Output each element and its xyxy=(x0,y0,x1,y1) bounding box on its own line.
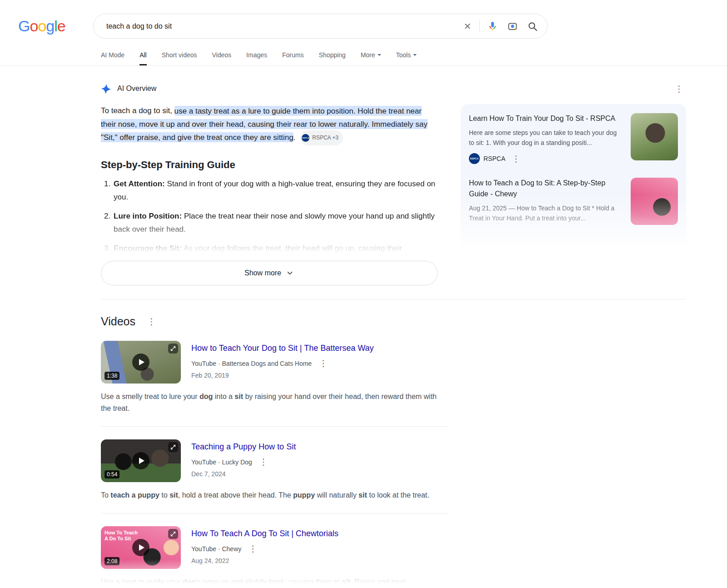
video-title-link[interactable]: How to Teach Your Dog to Sit | The Batte… xyxy=(191,343,374,354)
expand-icon[interactable] xyxy=(168,529,178,539)
video-source: YouTube · Lucky Dog xyxy=(191,458,252,466)
tab-all[interactable]: All xyxy=(139,48,147,65)
play-icon[interactable] xyxy=(132,452,149,469)
tab-short-videos[interactable]: Short videos xyxy=(162,48,197,65)
show-more-label: Show more xyxy=(244,269,281,277)
tab-label: AI Mode xyxy=(101,51,124,59)
videos-menu-icon[interactable]: ⋮ xyxy=(144,316,159,327)
tab-label: Forums xyxy=(282,51,304,59)
source-chip-label: RSPCA +3 xyxy=(312,131,339,145)
source-card-snippet: Here are some steps you can take to teac… xyxy=(469,128,623,148)
lens-icon[interactable] xyxy=(507,21,518,32)
search-icon[interactable] xyxy=(527,21,538,32)
video-result: 1:38 How to Teach Your Dog to Sit | The … xyxy=(101,328,449,427)
video-title-link[interactable]: Teaching a Puppy How to Sit xyxy=(191,441,296,452)
source-card[interactable]: How to Teach a Dog to Sit: A Step-by-Ste… xyxy=(469,178,678,225)
step-title: Get Attention: xyxy=(114,179,165,188)
tab-images[interactable]: Images xyxy=(246,48,267,65)
source-card[interactable]: Learn How To Train Your Dog To Sit - RSP… xyxy=(469,113,678,164)
play-icon[interactable] xyxy=(132,354,149,371)
steps-list-wrapper: Get Attention: Stand in front of your do… xyxy=(101,177,438,258)
close-icon[interactable]: ✕ xyxy=(462,21,473,32)
video-duration: 1:38 xyxy=(105,372,120,380)
video-duration: 0:54 xyxy=(105,470,120,478)
search-divider xyxy=(479,20,480,32)
mic-icon[interactable] xyxy=(487,21,498,32)
source-card-snippet: Aug 21, 2025 — How to Teach a Dog to Sit… xyxy=(469,203,623,223)
source-card-thumbnail[interactable] xyxy=(631,113,678,160)
ai-overview-paragraph: To teach a dog to sit, use a tasty treat… xyxy=(101,104,438,145)
header: Google ⋮ ✕ xyxy=(0,0,727,39)
steps-list: Get Attention: Stand in front of your do… xyxy=(101,177,438,255)
video-description: Use a smelly treat to lure your dog into… xyxy=(101,391,444,414)
videos-heading: Videos xyxy=(101,315,135,328)
results-tabbar: AI Mode All Short videos Videos Images F… xyxy=(0,48,727,66)
chevron-down-icon xyxy=(413,54,417,56)
step-item: Lure into Position: Place the treat near… xyxy=(113,209,438,236)
tab-label: Short videos xyxy=(162,51,197,59)
rspca-favicon-icon: RSPCA xyxy=(469,153,480,164)
step-title: Encourage the Sit: xyxy=(114,244,182,253)
ai-overview-section: AI Overview ⋮ To teach a dog to sit, use… xyxy=(101,66,686,299)
logo-letter: G xyxy=(18,17,30,35)
video-date: Feb 20, 2019 xyxy=(191,372,374,379)
tab-more[interactable]: More xyxy=(361,48,381,65)
source-card-thumbnail[interactable] xyxy=(631,178,678,225)
source-card-menu-icon[interactable]: ⋮ xyxy=(509,154,523,164)
ai-overview-text: To teach a dog to sit, use a tasty treat… xyxy=(101,106,428,143)
ai-overview-label: AI Overview xyxy=(117,85,156,93)
video-title-link[interactable]: How To Teach A Dog To Sit | Chewtorials xyxy=(191,528,339,539)
logo-letter: o xyxy=(30,17,38,35)
chevron-down-icon xyxy=(378,54,381,56)
search-input[interactable] xyxy=(105,22,462,31)
play-icon[interactable] xyxy=(132,539,149,556)
ai-overview-menu-icon[interactable]: ⋮ xyxy=(672,84,686,94)
tab-label: Shopping xyxy=(319,51,345,59)
step-title: Lure into Position: xyxy=(114,212,182,220)
guide-heading: Step-by-Step Training Guide xyxy=(101,159,438,171)
ai-sparkle-icon xyxy=(101,83,112,94)
video-thumbnail[interactable]: 0:54 xyxy=(101,439,181,482)
video-thumbnail[interactable]: How To Teach A Do To Sit 2:08 xyxy=(101,526,181,569)
video-date: Aug 24, 2022 xyxy=(191,557,339,564)
video-description: Use a treat to guide your dog's nose up … xyxy=(101,576,444,588)
logo-letter: o xyxy=(38,17,46,35)
video-menu-icon[interactable]: ⋮ xyxy=(316,358,330,369)
tab-ai-mode[interactable]: AI Mode xyxy=(101,48,124,65)
tab-videos[interactable]: Videos xyxy=(212,48,232,65)
video-result: 0:54 Teaching a Puppy How to Sit YouTube… xyxy=(101,427,449,513)
logo-letter: e xyxy=(57,17,65,35)
tab-label: All xyxy=(139,51,147,59)
source-card-title[interactable]: Learn How To Train Your Dog To Sit - RSP… xyxy=(469,113,623,124)
tab-label: Images xyxy=(246,51,267,59)
tab-forums[interactable]: Forums xyxy=(282,48,304,65)
search-bar: ⋮ ✕ xyxy=(93,14,548,39)
tab-shopping[interactable]: Shopping xyxy=(319,48,345,65)
video-source: YouTube · Battersea Dogs and Cats Home xyxy=(191,360,312,367)
tab-label: Tools xyxy=(396,51,411,59)
ai-overview-body: To teach a dog to sit, use a tasty treat… xyxy=(101,104,438,285)
tab-label: Videos xyxy=(212,51,232,59)
video-description: To teach a puppy to sit, hold a treat ab… xyxy=(101,489,444,501)
google-search-results-page: Google ⋮ ✕ xyxy=(0,0,727,588)
chevron-down-icon xyxy=(286,269,294,277)
step-item: Encourage the Sit: As your dog follows t… xyxy=(113,242,438,255)
video-menu-icon[interactable]: ⋮ xyxy=(246,543,260,554)
google-logo[interactable]: Google xyxy=(18,17,66,35)
video-thumbnail[interactable]: 1:38 xyxy=(101,341,181,384)
logo-letter: g xyxy=(46,17,54,35)
step-item: Get Attention: Stand in front of your do… xyxy=(113,177,438,204)
source-card-source: RSPCA xyxy=(483,155,505,162)
video-source: YouTube · Chewy xyxy=(191,545,241,553)
video-menu-icon[interactable]: ⋮ xyxy=(257,457,271,467)
ai-overview-sources-panel: Learn How To Train Your Dog To Sit - RSP… xyxy=(461,104,686,250)
expand-icon[interactable] xyxy=(168,442,178,452)
tab-label: More xyxy=(361,51,375,59)
show-more-button[interactable]: Show more xyxy=(101,261,438,285)
tab-tools[interactable]: Tools xyxy=(396,48,417,65)
video-result: How To Teach A Do To Sit 2:08 How To Tea… xyxy=(101,513,449,588)
source-card-title[interactable]: How to Teach a Dog to Sit: A Step-by-Ste… xyxy=(469,178,623,199)
expand-icon[interactable] xyxy=(168,344,178,354)
thumbnail-overlay-text: How To Teach A Do To Sit xyxy=(105,530,140,542)
source-chip[interactable]: RSPCARSPCA +3 xyxy=(300,130,343,145)
